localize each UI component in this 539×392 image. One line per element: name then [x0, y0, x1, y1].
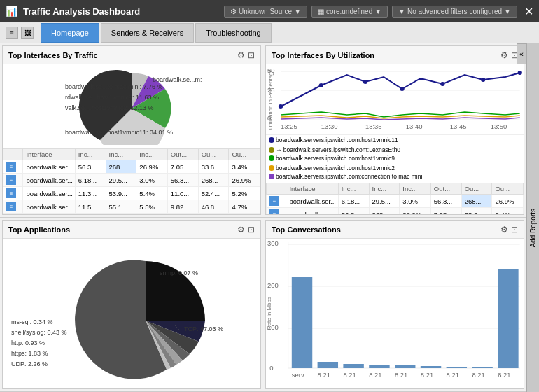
- table-cell: 7.05...: [430, 208, 461, 215]
- table-cell: 6.18...: [75, 174, 106, 187]
- dashboard-row-1: Top Interfaces By Traffic ⚙ ⊡: [0, 43, 526, 218]
- table-body-utilization: ≡boardwalk.ser...6.18...29.5...3.0%56.3.…: [267, 195, 524, 215]
- panel-body-applications: snmp: 0.07 % ms-sql: 0.34 % shell/syslog…: [3, 239, 260, 388]
- panel-title-utilization: Top Interfaces By Utilization: [272, 51, 500, 59]
- core-selector[interactable]: ▦ core.undefined ▼: [312, 6, 388, 18]
- tab-homepage[interactable]: Homepage: [41, 23, 99, 43]
- svg-text:shell/syslog: 0.43 %: shell/syslog: 0.43 %: [11, 329, 67, 336]
- table-cell: 11.5...: [75, 200, 106, 214]
- table-cell: 7.05...: [167, 160, 198, 174]
- table-cell: 33.6...: [461, 208, 492, 215]
- pie-chart-applications: snmp: 0.07 % ms-sql: 0.34 % shell/syslog…: [3, 239, 260, 388]
- bar-svg-conversations: 300 200 100 0: [266, 239, 524, 388]
- app-icon: 📊: [6, 6, 18, 17]
- table-cell: 26.9%: [229, 174, 260, 187]
- row-icon[interactable]: ≡: [6, 162, 16, 172]
- svg-text:valk.se....host1vmnic2: 12.13 : valk.se....host1vmnic2: 12.13 %: [65, 104, 154, 111]
- svg-text:8:21...: 8:21...: [343, 372, 361, 379]
- table-cell: 55.1...: [106, 200, 136, 214]
- svg-text:boardwalk.se...host1vmnic11: 3: boardwalk.se...host1vmnic11: 34.01 %: [65, 129, 173, 136]
- svg-rect-43: [343, 364, 363, 368]
- th-inc3: Inc...: [136, 149, 167, 160]
- th-ou3: Ou...: [229, 149, 260, 160]
- pie-svg-applications: snmp: 0.07 % ms-sql: 0.34 % shell/syslog…: [6, 240, 258, 387]
- hamburger-icon[interactable]: ≡: [6, 27, 18, 39]
- filter-selector[interactable]: ▼ No advanced filters configured ▼: [392, 6, 517, 18]
- panel-body-conversations: Rate in Mbps 300 200 100 0: [266, 239, 524, 388]
- table-cell: 3.4%: [229, 214, 260, 215]
- svg-text:13:25: 13:25: [281, 123, 298, 130]
- svg-text:ms-sql: 0.34 %: ms-sql: 0.34 %: [11, 318, 53, 326]
- table-cell: boardwalk.ser...: [23, 214, 75, 215]
- tab-troubleshooting[interactable]: Troubleshooting: [195, 23, 271, 43]
- legend-item-vmnic9: boardwalk.servers.ipswitch.com:host1vmni…: [269, 155, 395, 162]
- row-icon[interactable]: ≡: [270, 209, 279, 214]
- legend-color-vmnic9: [269, 155, 274, 161]
- settings-button-traffic[interactable]: ⚙: [237, 50, 245, 60]
- row-icon[interactable]: ≡: [6, 188, 16, 198]
- legend-label-vmnic2: boardwalk.servers.ipswitch.com:host1vmni…: [276, 164, 395, 172]
- expand-button-conversations[interactable]: ⊡: [511, 225, 518, 234]
- tab-senders-receivers[interactable]: Senders & Receivers: [101, 23, 194, 43]
- table-row: ≡boardwalk.ser...6.18...29.5...3.0%56.3.…: [4, 174, 260, 187]
- table-row: ≡boardwalk.ser...6.18...29.5...3.0%56.3.…: [267, 195, 524, 208]
- row-icon[interactable]: ≡: [6, 175, 16, 185]
- legend-item-vmnic2: boardwalk.servers.ipswitch.com:host1vmni…: [269, 164, 395, 172]
- th-out1-u: Out...: [430, 183, 461, 195]
- table-cell: 29.5...: [369, 195, 400, 208]
- close-button[interactable]: ✕: [524, 5, 533, 18]
- image-icon[interactable]: 🖼: [21, 27, 34, 39]
- collapse-button[interactable]: «: [517, 43, 526, 64]
- table-cell: 26.9%: [492, 195, 524, 208]
- filter-icon: ▼: [398, 8, 405, 15]
- svg-rect-44: [369, 365, 389, 368]
- settings-button-conversations[interactable]: ⚙: [500, 225, 508, 234]
- table-cell: 7.22...: [167, 214, 198, 215]
- th-icon-u: [267, 183, 286, 195]
- svg-text:8:21...: 8:21...: [498, 372, 516, 379]
- svg-rect-45: [395, 365, 415, 368]
- expand-button-applications[interactable]: ⊡: [248, 225, 255, 234]
- table-row: ≡boardwalk.ser...56.3...268...26.9%7.05.…: [267, 208, 524, 215]
- panel-body-utilization: 50 25 0 13:25 13:30 13:35 13:40 13:45 1: [266, 64, 524, 214]
- svg-text:8:21...: 8:21...: [421, 372, 439, 379]
- svg-text:TCP: 47.03 %: TCP: 47.03 %: [184, 326, 223, 332]
- add-reports-sidebar[interactable]: Add Reports: [526, 43, 539, 392]
- svg-text:UDP: 2.26 %: UDP: 2.26 %: [11, 360, 48, 368]
- table-cell: 3.0%: [400, 195, 430, 208]
- settings-button-utilization[interactable]: ⚙: [500, 50, 508, 60]
- source-selector[interactable]: ⚙ Unknown Source ▼: [224, 6, 307, 18]
- table-cell: boardwalk.ser...: [286, 195, 338, 208]
- panel-title-traffic: Top Interfaces By Traffic: [8, 51, 237, 59]
- panel-top-interfaces-traffic: Top Interfaces By Traffic ⚙ ⊡: [2, 46, 261, 215]
- add-reports-label: Add Reports: [528, 206, 538, 251]
- header-controls: ⚙ Unknown Source ▼ ▦ core.undefined ▼ ▼ …: [224, 5, 533, 18]
- svg-rect-49: [498, 269, 518, 368]
- y-axis-label-utilization: Utilization in Percentage: [266, 64, 274, 134]
- row-icon[interactable]: ≡: [270, 196, 279, 206]
- table-cell: 268...: [461, 195, 492, 208]
- row-icon[interactable]: ≡: [6, 202, 16, 211]
- expand-button-traffic[interactable]: ⊡: [248, 50, 255, 60]
- settings-button-applications[interactable]: ⚙: [237, 225, 245, 234]
- table-row: ≡boardwalk.ser...11.3...53.9...5.4%11.0.…: [4, 187, 260, 200]
- svg-rect-48: [472, 367, 492, 368]
- table-body-traffic: ≡boardwalk.ser...56.3...268...26.9%7.05.…: [4, 160, 260, 215]
- table-cell: boardwalk.ser...: [286, 208, 338, 215]
- svg-text:http: 0.93 %: http: 0.93 %: [11, 340, 45, 346]
- table-cell: 4.7%: [229, 200, 260, 214]
- svg-point-20: [400, 87, 404, 91]
- panel-header-utilization: Top Interfaces By Utilization ⚙ ⊡: [266, 46, 524, 64]
- svg-rect-47: [447, 367, 467, 368]
- table-cell: 56.3...: [338, 208, 369, 215]
- table-cell: 56.3...: [167, 174, 198, 187]
- panel-title-applications: Top Applications: [8, 225, 237, 234]
- svg-text:boardwalk.se...m:LexnasEth0:: boardwalk.se...m:LexnasEth0:: [153, 76, 202, 83]
- table-cell: 53.9...: [106, 187, 136, 200]
- table-container-utilization: Interface Inc... Inc... Inc... Out... Ou…: [266, 183, 524, 214]
- panel-body-traffic: boardwalk.se...m:LexnasEth0: boardwalk.s…: [3, 64, 260, 214]
- table-cell: boardwalk.ser...: [23, 187, 75, 200]
- th-interface: Interface: [23, 149, 75, 160]
- table-row: ≡boardwalk.ser...11.5...55.1...5.5%9.82.…: [4, 200, 260, 214]
- panel-controls-utilization: ⚙ ⊡: [500, 50, 518, 60]
